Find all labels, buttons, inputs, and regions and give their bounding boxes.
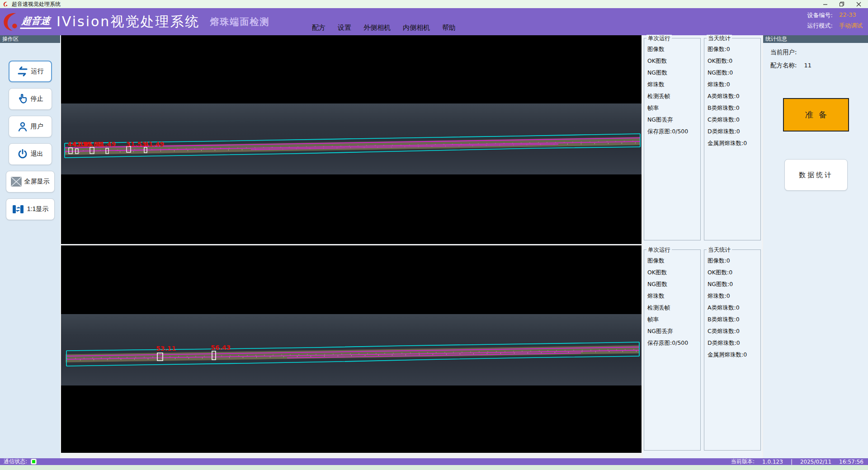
daily-stats-groupbox: 当天统计 图像数:0 OK图数:0 NG图数:0 熔珠数:0 A类熔珠数:0 B… — [704, 38, 761, 240]
groupbox-title: 当天统计 — [707, 35, 732, 42]
run-mode-label: 运行模式: — [807, 22, 833, 30]
stat-row: NG图丢弃 — [647, 328, 700, 337]
exit-button[interactable]: 退出 — [9, 143, 52, 165]
version-value: 1.0.123 — [762, 459, 783, 465]
menu-outer-camera[interactable]: 外侧相机 — [363, 24, 391, 32]
measurement-label: 41.49 — [96, 141, 116, 148]
weld-bead — [66, 345, 639, 362]
run-arrows-icon — [17, 66, 28, 77]
one-to-one-button-label: 1:1显示 — [27, 205, 48, 213]
stat-row: C类熔珠数:0 — [708, 328, 760, 337]
measurement-label: 53.11 — [156, 345, 176, 352]
main-menu: 配方 设置 外侧相机 内侧相机 帮助 — [312, 24, 456, 32]
stat-row: 图像数 — [647, 46, 700, 55]
one-to-one-button[interactable]: 1:1显示 — [6, 198, 55, 220]
stat-row: OK图数 — [647, 57, 700, 67]
stat-row: NG图数:0 — [708, 69, 760, 79]
fullscreen-button-label: 全屏显示 — [24, 178, 50, 186]
user-button-label: 用户 — [31, 122, 43, 131]
user-icon — [17, 121, 28, 132]
inner-camera-stats: 单次运行 图像数 OK图数 NG图数 熔珠数 检测丢帧 帧率 NG图丢弃 保存原… — [644, 247, 761, 454]
info-panel-title: 统计信息 — [763, 35, 868, 43]
main-area: 操作区 运行 停止 — [0, 35, 868, 458]
fullscreen-button[interactable]: 全屏显示 — [6, 171, 55, 193]
stat-row: NG图数 — [647, 69, 700, 79]
single-run-groupbox: 单次运行 图像数 OK图数 NG图数 熔珠数 检测丢帧 帧率 NG图丢弃 保存原… — [644, 38, 701, 240]
stop-button[interactable]: 停止 — [9, 88, 52, 110]
restore-icon[interactable] — [835, 0, 849, 8]
stat-row: 图像数 — [647, 257, 700, 267]
stat-row: 检测丢帧 — [647, 93, 700, 102]
comm-status-label: 通信状态: — [4, 458, 27, 465]
stat-row: A类熔珠数:0 — [708, 304, 760, 314]
run-button[interactable]: 运行 — [9, 61, 52, 82]
exit-button-label: 退出 — [31, 150, 43, 158]
statistics-info-panel: 统计信息 当前用户: 配方名称:11 准备 数据统计 — [763, 35, 868, 458]
close-icon[interactable] — [852, 0, 865, 8]
stat-row: A类熔珠数:0 — [708, 93, 760, 102]
measurement-label: 56.43 — [211, 344, 231, 351]
stat-row: OK图数:0 — [708, 57, 760, 67]
app-logo-icon — [3, 1, 9, 7]
stop-hand-icon — [17, 94, 28, 104]
stat-row: NG图数 — [647, 281, 700, 290]
menu-recipe[interactable]: 配方 — [312, 24, 326, 32]
stat-row: 熔珠数 — [647, 81, 700, 90]
device-number-value: 22-33 — [839, 11, 856, 19]
status-date: 2025/02/11 — [800, 459, 831, 465]
stat-row: 帧率 — [647, 316, 700, 325]
stat-row: 熔珠数:0 — [708, 81, 760, 90]
status-bar: 通信状态: 当前版本: 1.0.123 | 2025/02/11 16:57:5… — [0, 458, 868, 465]
menu-help[interactable]: 帮助 — [442, 24, 456, 32]
sidebar-title: 操作区 — [0, 35, 60, 43]
menu-inner-camera[interactable]: 内侧相机 — [403, 24, 430, 32]
window-title: 超音速视觉处理系统 — [12, 0, 61, 8]
stat-row: B类熔珠数:0 — [708, 104, 760, 114]
operation-sidebar: 操作区 运行 停止 — [0, 35, 60, 458]
stat-row: 金属屑熔珠数:0 — [708, 140, 760, 149]
stat-row: 保存原图:0/500 — [647, 128, 700, 137]
outer-camera-annotations: 44.39 41.85 39.83 41.49 31.53 41.49 — [61, 35, 642, 244]
stat-row: C类熔珠数:0 — [708, 116, 760, 126]
app-title: IVision视觉处理系统 — [57, 13, 200, 31]
brand-logo: 超音速 — [2, 11, 52, 32]
user-button[interactable]: 用户 — [9, 116, 52, 137]
run-button-label: 运行 — [31, 67, 44, 75]
data-statistics-button[interactable]: 数据统计 — [784, 159, 848, 191]
brand-swoosh-icon — [2, 11, 21, 32]
status-separator: | — [791, 459, 793, 465]
stat-row: NG图丢弃 — [647, 116, 700, 126]
desktop-strip — [0, 465, 868, 470]
camera-viewports: 44.39 41.85 39.83 41.49 31.53 41.49 — [61, 35, 642, 458]
run-mode-value: 手动调试 — [839, 22, 863, 30]
minimize-icon[interactable] — [818, 0, 832, 8]
stat-row: 图像数:0 — [708, 257, 760, 267]
titlebar: 超音速视觉处理系统 — [0, 0, 868, 8]
single-run-groupbox: 单次运行 图像数 OK图数 NG图数 熔珠数 检测丢帧 帧率 NG图丢弃 保存原… — [644, 249, 701, 451]
stat-row: 金属屑熔珠数:0 — [708, 351, 760, 361]
stat-row: 检测丢帧 — [647, 304, 700, 314]
stop-button-label: 停止 — [31, 95, 43, 103]
stat-row: 熔珠数:0 — [708, 292, 760, 302]
menu-settings[interactable]: 设置 — [338, 24, 351, 32]
stat-row: 帧率 — [647, 104, 700, 114]
measurement-label: 41.49 — [144, 141, 164, 148]
device-number-label: 设备编号: — [807, 11, 833, 19]
stat-row: 图像数:0 — [708, 46, 760, 55]
outer-camera-view[interactable]: 44.39 41.85 39.83 41.49 31.53 41.49 — [61, 35, 642, 244]
outer-camera-stats: 单次运行 图像数 OK图数 NG图数 熔珠数 检测丢帧 帧率 NG图丢弃 保存原… — [644, 35, 761, 244]
stat-row: B类熔珠数:0 — [708, 316, 760, 325]
inner-camera-view[interactable]: 53.11 56.43 — [61, 245, 642, 453]
recipe-name-value: 11 — [804, 62, 812, 69]
device-info: 设备编号: 22-33 运行模式: 手动调试 — [807, 11, 863, 32]
groupbox-title: 单次运行 — [646, 35, 672, 42]
inner-camera-annotations: 53.11 56.43 — [61, 245, 642, 453]
daily-stats-groupbox: 当天统计 图像数:0 OK图数:0 NG图数:0 熔珠数:0 A类熔珠数:0 B… — [704, 249, 761, 451]
stat-row: 保存原图:0/500 — [647, 339, 700, 349]
version-label: 当前版本: — [731, 458, 755, 465]
stat-row: NG图数:0 — [708, 281, 760, 290]
measurement-label: 31.53 — [126, 141, 146, 148]
groupbox-title: 当天统计 — [707, 246, 732, 254]
comm-status-indicator — [31, 459, 37, 465]
ready-button[interactable]: 准备 — [783, 98, 849, 132]
